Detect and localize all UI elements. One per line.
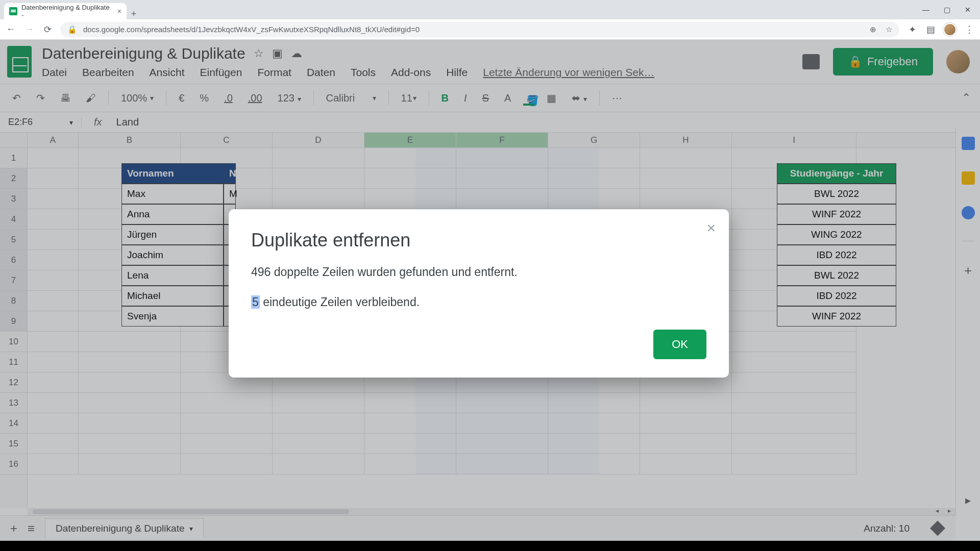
italic-button[interactable]: I [461, 90, 470, 106]
paint-format-icon[interactable]: 🖌 [83, 90, 99, 106]
menu-edit[interactable]: Bearbeiten [82, 66, 134, 79]
collapse-toolbar-icon[interactable]: ⌃ [962, 91, 971, 105]
table-cell[interactable]: Michael [121, 286, 224, 306]
fill-color-button[interactable]: 🪣 [523, 92, 534, 104]
doc-title[interactable]: Datenbereinigung & Duplikate [42, 45, 246, 62]
column-header[interactable]: E [364, 133, 456, 147]
column-header[interactable]: A [28, 133, 79, 147]
sheet-tab-menu-icon[interactable]: ▾ [189, 524, 193, 533]
extensions-icon[interactable]: ✦ [906, 24, 918, 35]
row-header[interactable]: 13 [0, 393, 27, 413]
zoom-select[interactable]: 100% ▾ [118, 90, 157, 106]
menu-help[interactable]: Hilfe [446, 66, 468, 79]
row-header[interactable]: 4 [0, 209, 27, 230]
row-header[interactable]: 16 [0, 454, 27, 474]
font-size-select[interactable]: 11▾ [398, 90, 420, 106]
row-header[interactable]: 10 [0, 332, 27, 352]
account-avatar-icon[interactable] [946, 50, 970, 73]
column-header[interactable]: G [548, 133, 640, 147]
horizontal-scrollbar[interactable] [28, 508, 955, 515]
borders-button[interactable]: ▦ [544, 90, 559, 106]
menu-icon[interactable]: ⋮ [964, 24, 975, 35]
row-header[interactable]: 1 [0, 148, 27, 168]
column-header[interactable]: D [273, 133, 364, 147]
add-on-plus-icon[interactable]: + [964, 263, 972, 279]
name-box[interactable]: E2:F6▾ [0, 117, 82, 128]
maximize-icon[interactable]: ▢ [944, 6, 950, 14]
tasks-icon[interactable] [962, 206, 975, 219]
side-table-cell[interactable]: WINF 2022 [777, 204, 896, 224]
column-header[interactable]: F [456, 133, 548, 147]
strike-button[interactable]: S [479, 90, 492, 106]
table-cell[interactable]: M [224, 184, 236, 204]
share-button[interactable]: 🔒 Freigeben [833, 48, 933, 76]
font-select[interactable]: Calibri▾ [323, 90, 379, 106]
close-tab-icon[interactable]: × [117, 7, 121, 15]
table-header-cell[interactable]: N [224, 163, 236, 184]
reload-icon[interactable]: ⟳ [42, 24, 53, 35]
side-table-cell[interactable]: WING 2022 [777, 224, 896, 245]
text-color-button[interactable]: A [501, 90, 514, 106]
menu-file[interactable]: Datei [42, 66, 67, 79]
side-table-cell[interactable]: BWL 2022 [777, 265, 896, 286]
scroll-left-icon[interactable]: ◂ [932, 507, 942, 514]
sheets-logo-icon[interactable] [7, 46, 32, 78]
minimize-icon[interactable]: — [922, 6, 929, 14]
side-table-cell[interactable]: BWL 2022 [777, 184, 896, 204]
table-cell[interactable]: Max [121, 184, 224, 204]
row-header[interactable]: 12 [0, 372, 27, 393]
dec-more-button[interactable]: .00 [245, 90, 265, 106]
ext2-icon[interactable]: ▤ [925, 24, 936, 35]
url-field[interactable]: 🔒 docs.google.com/spreadsheets/d/1Jevzbk… [60, 22, 899, 37]
row-header[interactable]: 6 [0, 250, 27, 270]
table-cell[interactable]: Jürgen [121, 224, 224, 245]
column-header[interactable]: I [732, 133, 856, 147]
currency-button[interactable]: € [176, 90, 187, 106]
print-icon[interactable]: 🖶 [57, 90, 74, 106]
browser-tab[interactable]: Datenbereinigung & Duplikate - × [4, 3, 127, 19]
zoom-icon[interactable]: ⊕ [870, 25, 876, 34]
row-header[interactable]: 14 [0, 413, 27, 434]
calendar-icon[interactable] [962, 137, 975, 150]
last-edit-link[interactable]: Letzte Änderung vor wenigen Sek… [483, 66, 654, 79]
undo-icon[interactable]: ↶ [9, 90, 24, 106]
menu-view[interactable]: Ansicht [150, 66, 185, 79]
menu-data[interactable]: Daten [307, 66, 335, 79]
modal-ok-button[interactable]: OK [653, 330, 706, 359]
menu-format[interactable]: Format [257, 66, 291, 79]
explore-icon[interactable] [930, 521, 945, 536]
side-table-cell[interactable]: WINF 2022 [777, 306, 896, 327]
row-header[interactable]: 7 [0, 270, 27, 291]
row-header[interactable]: 15 [0, 434, 27, 454]
side-table-cell[interactable]: IBD 2022 [777, 245, 896, 265]
table-cell[interactable]: Joachim [121, 245, 224, 265]
row-header[interactable]: 8 [0, 291, 27, 311]
modal-close-button[interactable]: × [706, 219, 716, 237]
redo-icon[interactable]: ↷ [33, 90, 48, 106]
cloud-icon[interactable]: ☁ [291, 47, 302, 60]
formula-input[interactable]: Land [114, 116, 139, 128]
row-header[interactable]: 5 [0, 230, 27, 250]
dec-less-button[interactable]: .0 [221, 90, 236, 106]
table-cell[interactable]: Anna [121, 204, 224, 224]
selection-count[interactable]: Anzahl: 10 [864, 523, 920, 534]
row-header[interactable]: 11 [0, 352, 27, 372]
sheet-tab[interactable]: Datenbereinigung & Duplikate ▾ [45, 518, 204, 538]
row-header[interactable]: 9 [0, 311, 27, 332]
bookmark-icon[interactable]: ☆ [886, 25, 892, 34]
menu-insert[interactable]: Einfügen [200, 66, 242, 79]
keep-icon[interactable] [962, 171, 975, 185]
percent-button[interactable]: % [197, 90, 212, 106]
bold-button[interactable]: B [438, 90, 452, 106]
merge-button[interactable]: ⬌ ▾ [569, 90, 590, 106]
table-header-cell[interactable]: Vornamen [121, 163, 224, 184]
forward-icon[interactable]: → [23, 24, 35, 35]
expand-panel-icon[interactable]: ▸ [965, 494, 971, 507]
close-window-icon[interactable]: ✕ [965, 6, 971, 14]
column-header[interactable]: C [181, 133, 273, 147]
scroll-right-icon[interactable]: ▸ [944, 507, 954, 514]
new-tab-button[interactable]: + [127, 9, 141, 19]
column-header[interactable]: H [640, 133, 732, 147]
move-icon[interactable]: ▣ [272, 47, 283, 60]
back-icon[interactable]: ← [5, 24, 16, 35]
